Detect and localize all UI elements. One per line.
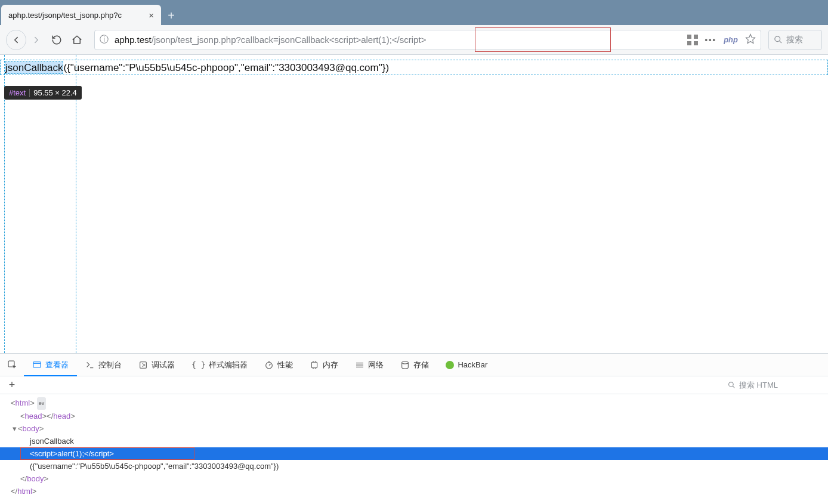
qr-icon[interactable] [687,35,698,45]
dom-tree[interactable]: <html>ev <head></head> ▾<body> jsonCallb… [0,394,828,500]
devtools-toolbar: + 搜索 HTML [0,376,828,394]
bookmark-star-icon[interactable] [745,33,756,46]
hackbar-icon [446,361,454,369]
more-actions-icon[interactable]: ••• [705,35,717,44]
url-action-icons: ••• php [687,33,756,46]
page-content: jsonCallback({"username":"P\u55b5\u545c-… [0,55,828,353]
svg-rect-7 [140,361,147,368]
inspector-guide-right [76,55,76,353]
dom-head[interactable]: <head></head> [0,410,828,422]
svg-rect-4 [33,361,41,367]
url-domain: aphp.test [115,35,152,45]
inspector-guide-left [4,55,5,353]
url-bar[interactable]: ⓘ aphp.test/jsonp/test_jsonp.php?callbac… [94,30,761,50]
browser-tab[interactable]: aphp.test/jsonp/test_jsonp.php?c × [1,5,161,25]
svg-line-19 [733,386,734,388]
tab-memory[interactable]: 内存 [301,354,347,376]
dom-body-close[interactable]: </body> [0,472,828,485]
url-script-part: <script>alert(1);</script> [329,35,427,45]
element-picker-button[interactable] [0,360,24,370]
page-body-json: ({"username":"P\u55b5\u545c-phpoop","ema… [63,62,389,73]
event-badge[interactable]: ev [37,397,47,410]
tab-performance[interactable]: 性能 [256,354,301,376]
twisty-icon[interactable]: ▾ [11,422,18,435]
dom-body-open[interactable]: ▾<body> [0,422,828,435]
forward-button[interactable] [26,30,47,50]
tab-network[interactable]: 网络 [347,354,392,376]
tooltip-node-type: #text [9,88,26,97]
svg-point-18 [729,382,734,387]
navbar: ⓘ aphp.test/jsonp/test_jsonp.php?callbac… [0,25,828,55]
info-icon[interactable]: ⓘ [100,34,109,45]
add-node-button[interactable]: + [5,379,19,391]
tab-storage[interactable]: 存储 [392,354,437,376]
dom-script-node[interactable]: <script>alert(1);</script> [0,447,828,460]
php-badge: php [724,35,738,44]
inspector-tooltip: #text 95.55 × 22.4 [4,86,82,100]
back-button[interactable] [6,30,26,50]
svg-point-17 [402,361,409,364]
dom-html-open[interactable]: <html>ev [0,397,828,410]
dom-html-close[interactable]: </html> [0,485,828,497]
svg-point-1 [775,36,780,42]
devtools-tabs: 查看器 控制台 调试器 { } 样式编辑器 性能 内存 网络 存储 [0,354,828,376]
reload-button[interactable] [47,30,67,50]
url-path: /jsonp/test_jsonp.php?callback=jsonCallb… [152,35,329,45]
tab-debugger[interactable]: 调试器 [130,354,183,376]
devtools: 查看器 控制台 调试器 { } 样式编辑器 性能 内存 网络 存储 [0,353,828,500]
tab-hackbar[interactable]: HackBar [437,354,496,376]
tab-inspector[interactable]: 查看器 [24,354,77,376]
dom-text-node-2[interactable]: ({"username":"P\u55b5\u545c-phpoop","ema… [0,460,828,472]
close-tab-icon[interactable]: × [146,10,156,20]
search-box[interactable]: 搜索 [768,30,822,50]
svg-line-2 [779,41,781,43]
svg-marker-0 [746,35,755,44]
page-body-text: jsonCallback({"username":"P\u55b5\u545c-… [5,60,389,76]
tab-title: aphp.test/jsonp/test_jsonp.php?c [8,11,146,20]
tooltip-dimensions: 95.55 × 22.4 [33,88,77,97]
devtools-html-search[interactable]: 搜索 HTML [728,380,823,391]
new-tab-button[interactable]: + [161,6,181,25]
tab-console[interactable]: 控制台 [77,354,130,376]
highlighted-callback-text: jsonCallback [5,61,63,74]
dom-text-node-1[interactable]: jsonCallback [0,435,828,447]
devtools-search-placeholder: 搜索 HTML [739,380,778,391]
titlebar: aphp.test/jsonp/test_jsonp.php?c × + [0,0,828,25]
tab-style-editor[interactable]: { } 样式编辑器 [183,354,256,376]
search-placeholder: 搜索 [786,35,803,45]
home-button[interactable] [67,30,87,50]
svg-rect-9 [312,362,317,367]
